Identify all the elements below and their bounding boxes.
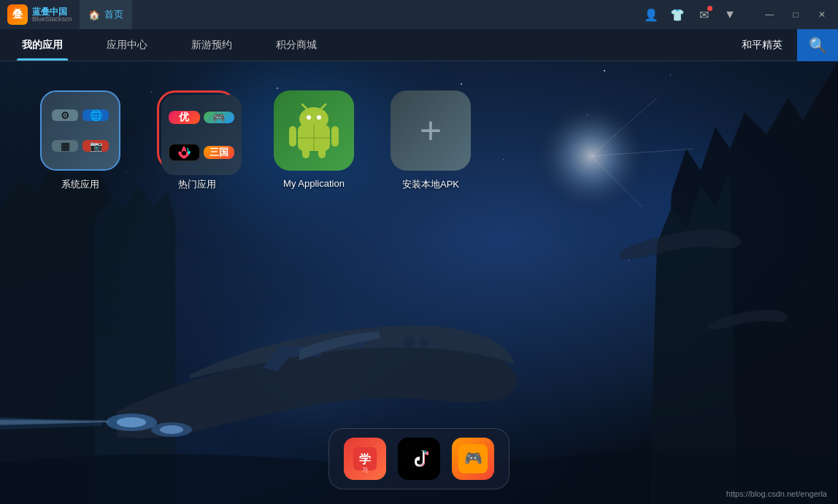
nav-tab-new-game-label: 新游预约: [191, 39, 232, 52]
home-label: 首页: [104, 8, 123, 21]
dropdown-icon-btn[interactable]: ▼: [720, 4, 740, 25]
hot-icon: 优 🎮 三国: [161, 95, 242, 175]
nav-tab-app-center-label: 应用中心: [107, 39, 147, 52]
svg-rect-19: [289, 126, 296, 147]
nav-tab-my-apps-label: 我的应用: [22, 39, 63, 52]
mail-icon-btn[interactable]: ✉: [693, 4, 714, 25]
svg-text:🎮: 🎮: [464, 449, 483, 467]
svg-point-12: [182, 151, 186, 155]
system-icon: ⚙ 🌐 ▦ 📷: [40, 90, 120, 171]
dock-icon-tiktok[interactable]: [398, 438, 440, 480]
camera-cell: 📷: [82, 140, 109, 152]
logo-icon: 叠: [7, 4, 28, 25]
nav-tab-app-center[interactable]: 应用中心: [85, 29, 169, 61]
svg-point-11: [419, 338, 428, 346]
svg-rect-20: [331, 126, 339, 147]
close-button[interactable]: ✕: [812, 4, 832, 25]
system-icon-wrapper: ⚙ 🌐 ▦ 📷: [40, 90, 120, 171]
logo-main-text: 蓝叠中国: [32, 7, 72, 16]
svg-line-18: [321, 104, 326, 109]
title-bar: 叠 蓝叠中国 BlueStackscn 🏠 首页 👤 👕 ✉ ▼ — □ ✕: [0, 0, 838, 29]
svg-point-15: [307, 115, 311, 120]
svg-line-17: [302, 104, 307, 109]
nav-tab-points-label: 积分商城: [276, 39, 317, 52]
nav-bar: 我的应用 应用中心 新游预约 积分商城 和平精英 🔍: [0, 29, 838, 61]
nav-tab-new-game[interactable]: 新游预约: [169, 29, 254, 61]
hot-cell-2: 🎮: [204, 112, 235, 123]
app-logo: 叠 蓝叠中国 BlueStackscn: [0, 4, 80, 25]
settings-cell: ⚙: [52, 109, 78, 121]
home-tab[interactable]: 🏠 首页: [80, 0, 132, 29]
app-item-myapp[interactable]: My Application: [263, 90, 365, 189]
app-item-system[interactable]: ⚙ 🌐 ▦ 📷 系统应用: [29, 90, 131, 191]
app-item-install[interactable]: + 安装本地APK: [380, 90, 482, 191]
hot-label: 热门应用: [178, 178, 216, 191]
logo-sub-text: BlueStackscn: [32, 16, 72, 23]
user-icon-btn[interactable]: 👤: [641, 4, 661, 25]
dock-icon-game[interactable]: 🎮: [452, 438, 494, 480]
svg-point-5: [117, 417, 146, 427]
globe-cell: 🌐: [82, 109, 109, 121]
app-grid: ⚙ 🌐 ▦ 📷 系统应用 优 🎮: [0, 90, 838, 191]
svg-rect-22: [318, 148, 326, 158]
svg-text:学: 学: [359, 453, 371, 465]
main-content: ⚙ 🌐 ▦ 📷 系统应用 优 🎮: [0, 61, 838, 504]
maximize-button[interactable]: □: [785, 4, 806, 25]
install-icon: +: [391, 90, 471, 171]
hot-icon-wrapper: 优 🎮 三国: [157, 90, 237, 171]
plus-icon: +: [420, 112, 442, 150]
myapp-icon-wrapper: [274, 90, 354, 171]
title-bar-actions: 👤 👕 ✉ ▼ — □ ✕: [641, 4, 838, 25]
myapp-label: My Application: [283, 178, 345, 189]
nav-tab-points[interactable]: 积分商城: [254, 29, 339, 61]
install-icon-wrapper: +: [391, 90, 471, 171]
svg-point-10: [403, 336, 415, 348]
svg-point-16: [317, 115, 321, 120]
home-icon: 🏠: [88, 9, 100, 20]
game-label: 和平精英: [727, 29, 797, 61]
install-label: 安装本地APK: [402, 178, 459, 191]
nav-tab-my-apps[interactable]: 我的应用: [0, 29, 85, 61]
hot-cell-4: 三国: [204, 146, 235, 159]
bottom-dock: 学 习 🎮: [328, 428, 510, 489]
url-text: https://blog.csdn.net/engerla: [726, 489, 827, 498]
app-item-hot[interactable]: 优 🎮 三国 热门应用: [146, 90, 248, 191]
myapp-icon: [274, 90, 354, 171]
system-label: 系统应用: [61, 178, 99, 191]
search-button[interactable]: 🔍: [797, 29, 838, 61]
url-bar: https://blog.csdn.net/engerla: [726, 489, 827, 498]
svg-text:习: 习: [362, 467, 368, 473]
svg-point-7: [160, 425, 183, 434]
grid-cell: ▦: [52, 140, 78, 152]
dock-icon-study[interactable]: 学 习: [344, 438, 386, 480]
shirt-icon-btn[interactable]: 👕: [667, 4, 688, 25]
svg-rect-21: [302, 148, 310, 158]
hot-cell-1: 优: [169, 111, 200, 124]
hot-cell-3: [169, 144, 200, 161]
minimize-button[interactable]: —: [759, 4, 780, 25]
